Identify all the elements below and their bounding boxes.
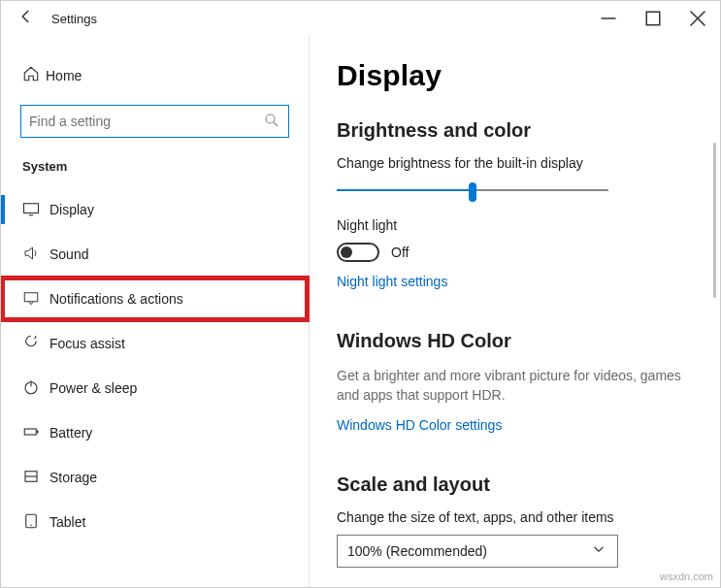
scrollbar[interactable]	[713, 143, 716, 298]
sidebar-item-storage[interactable]: Storage	[1, 455, 309, 500]
sidebar-item-label: Notifications & actions	[49, 291, 183, 307]
svg-rect-0	[646, 12, 660, 25]
home-icon	[22, 65, 46, 85]
storage-icon	[22, 468, 49, 488]
home-link[interactable]: Home	[1, 55, 309, 95]
sidebar: Home System Display Sound Notifications	[1, 36, 310, 587]
scale-title: Scale and layout	[337, 474, 689, 496]
svg-rect-6	[37, 430, 39, 433]
arrow-left-icon	[17, 8, 35, 25]
toggle-knob	[341, 246, 352, 258]
chevron-down-icon	[590, 540, 607, 561]
display-icon	[22, 200, 49, 220]
sidebar-item-sound[interactable]: Sound	[1, 232, 309, 277]
sidebar-item-label: Display	[49, 202, 94, 217]
svg-rect-2	[24, 203, 39, 212]
sidebar-item-label: Tablet	[49, 514, 85, 530]
sidebar-item-notifications[interactable]: Notifications & actions	[1, 277, 309, 321]
scale-dropdown[interactable]: 100% (Recommended)	[337, 535, 618, 568]
watermark: wsxdn.com	[660, 571, 713, 582]
search-box[interactable]	[20, 105, 289, 138]
sidebar-item-label: Battery	[49, 425, 92, 441]
svg-rect-3	[24, 292, 38, 301]
maximize-icon	[644, 10, 662, 27]
minimize-icon	[600, 10, 617, 27]
svg-point-9	[30, 524, 32, 526]
sidebar-item-label: Power & sleep	[49, 380, 137, 396]
night-light-toggle[interactable]	[337, 243, 379, 262]
night-light-settings-link[interactable]: Night light settings	[337, 274, 689, 289]
svg-point-1	[266, 114, 275, 123]
hd-color-desc: Get a brighter and more vibrant picture …	[337, 366, 689, 406]
sidebar-item-label: Storage	[49, 470, 97, 485]
scale-value: 100% (Recommended)	[347, 543, 487, 559]
hd-color-title: Windows HD Color	[337, 330, 689, 352]
titlebar: Settings	[1, 1, 720, 36]
sidebar-item-tablet[interactable]: Tablet	[1, 500, 309, 544]
hd-color-settings-link[interactable]: Windows HD Color settings	[337, 417, 689, 433]
main-content: Display Brightness and color Change brig…	[310, 36, 720, 587]
sound-icon	[22, 245, 49, 265]
search-input[interactable]	[29, 114, 263, 129]
sidebar-item-label: Sound	[49, 246, 88, 262]
slider-thumb[interactable]	[469, 182, 476, 202]
close-button[interactable]	[675, 1, 720, 36]
brightness-title: Brightness and color	[337, 119, 689, 142]
sidebar-item-focus-assist[interactable]: Focus assist	[1, 321, 309, 366]
battery-icon	[22, 423, 49, 443]
slider-track-fill	[337, 189, 473, 191]
page-heading: Display	[337, 59, 689, 92]
scale-desc: Change the size of text, apps, and other…	[337, 509, 689, 525]
sidebar-item-power-sleep[interactable]: Power & sleep	[1, 366, 309, 410]
notifications-icon	[22, 289, 49, 310]
sidebar-item-label: Focus assist	[49, 336, 125, 351]
back-button[interactable]	[7, 8, 46, 29]
tablet-icon	[22, 512, 49, 533]
close-icon	[689, 10, 706, 27]
minimize-button[interactable]	[586, 1, 631, 36]
night-light-state: Off	[391, 245, 409, 260]
maximize-button[interactable]	[631, 1, 675, 36]
sidebar-item-battery[interactable]: Battery	[1, 410, 309, 455]
power-icon	[22, 378, 49, 399]
window-title: Settings	[51, 12, 586, 26]
focus-assist-icon	[22, 334, 49, 354]
night-light-label: Night light	[337, 217, 689, 233]
sidebar-item-display[interactable]: Display	[1, 187, 309, 232]
brightness-desc: Change brightness for the built-in displ…	[337, 155, 689, 171]
brightness-slider[interactable]	[337, 180, 608, 200]
home-label: Home	[46, 68, 82, 83]
search-icon	[263, 112, 280, 132]
svg-rect-5	[24, 429, 36, 435]
section-label: System	[1, 153, 309, 187]
